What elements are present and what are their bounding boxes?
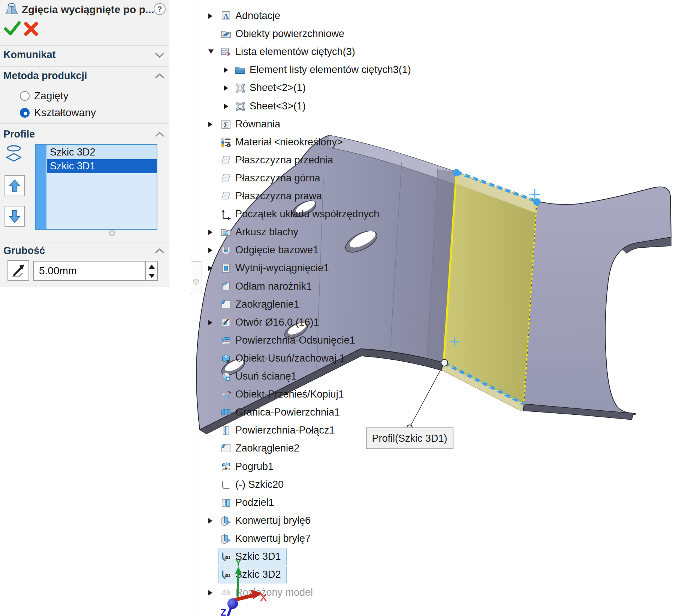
panel-splitter-handle[interactable]	[191, 261, 202, 294]
collapse-arrow-icon[interactable]	[208, 49, 214, 54]
svg-text:A: A	[223, 12, 229, 20]
tree-item[interactable]: Podziel1	[0, 495, 450, 512]
tree-item-label: Obiekt-Przenieś/Kopiuj1	[235, 389, 344, 400]
sheet-metal-icon	[220, 227, 232, 238]
thickness-input[interactable]: 5.00mm	[33, 261, 145, 281]
tree-item-label: Granica-Powierzchnia1	[235, 407, 340, 418]
tree-item[interactable]: Powierzchnia-Połącz1	[0, 422, 450, 440]
tree-item-label: Materiał <nieokreślony>	[235, 136, 343, 148]
tree-item-label: Szkic 3D2	[235, 569, 281, 580]
move-up-button[interactable]	[4, 175, 25, 196]
tree-item[interactable]: Zaokrąglenie2	[0, 440, 450, 458]
svg-text:Σ: Σ	[224, 121, 228, 129]
radio-option-ksztaltowany[interactable]: Kształtowany	[20, 107, 96, 119]
expand-arrow-icon[interactable]	[208, 248, 212, 253]
profile-selector-icon	[5, 144, 22, 163]
expand-arrow-icon[interactable]	[208, 122, 212, 127]
chevron-down-icon[interactable]	[154, 52, 165, 60]
expand-arrow-icon[interactable]	[208, 230, 212, 235]
tree-item-label: Element listy elementów ciętych3(1)	[250, 64, 411, 76]
annotations-icon: A	[220, 10, 232, 22]
sketch-3d-icon: 3D	[220, 569, 232, 580]
radio-selected-icon[interactable]	[20, 108, 30, 118]
profile-list-item-selected[interactable]: Szkic 3D1	[47, 159, 157, 173]
chev ron-up-icon[interactable]	[154, 131, 165, 139]
tree-item[interactable]: Granica-Powierzchnia1	[0, 404, 450, 422]
plane-icon	[220, 155, 232, 166]
tree-item-label: Płaszczyzna prawa	[235, 190, 322, 202]
svg-text:3D: 3D	[224, 573, 230, 578]
convert-body-icon	[220, 515, 232, 526]
tree-item[interactable]: Konwertuj bryłę6	[0, 513, 450, 530]
expand-arrow-icon[interactable]	[208, 518, 212, 523]
flat-pattern-icon	[220, 587, 232, 598]
svg-text:3D: 3D	[224, 555, 230, 560]
spinner-down-button[interactable]	[146, 271, 157, 281]
chevron-up-icon[interactable]	[154, 248, 165, 256]
tree-item-label: Konwertuj bryłę7	[235, 533, 311, 544]
profile-list[interactable]: Szkic 3D2 Szkic 3D1	[35, 144, 157, 230]
expand-arrow-icon[interactable]	[208, 320, 212, 325]
expand-arrow-icon[interactable]	[224, 85, 228, 91]
tree-item-label: Płaszczyzna przednia	[235, 154, 333, 166]
thicken-icon	[220, 461, 232, 472]
tree-item[interactable]: Usuń ścianę1	[0, 368, 450, 386]
cut-extrude-icon	[220, 263, 232, 274]
tree-item[interactable]: Obiekt-Usuń/zachowaj 1	[0, 350, 450, 368]
section-header-komunikat[interactable]: Komunikat	[3, 49, 56, 61]
tree-item[interactable]: (-) Szkic20	[0, 477, 450, 494]
tree-item-label: Zaokrąglenie2	[235, 443, 299, 454]
delete-face-icon	[220, 371, 232, 382]
section-header-grubosc[interactable]: Grubość	[3, 245, 45, 257]
down-arrow-icon	[8, 209, 21, 224]
knit-surface-icon	[220, 425, 232, 436]
tree-item[interactable]: 3DSzkic 3D2	[0, 567, 450, 584]
surface-offset-icon	[220, 335, 232, 346]
cancel-button[interactable]	[23, 21, 39, 38]
expand-arrow-icon[interactable]	[208, 590, 212, 595]
tree-item-label: Zaokrąglenie1	[235, 299, 299, 310]
tree-item-label: Arkusz blachy	[235, 226, 298, 238]
radio-option-zagiety[interactable]: Zagięty	[20, 90, 69, 102]
sheet-body-icon	[235, 82, 246, 94]
section-header-metoda-produkcji[interactable]: Metoda produkcji	[3, 70, 87, 82]
cut-list-icon	[220, 46, 232, 58]
expand-arrow-icon[interactable]	[208, 266, 212, 271]
thickness-spinner[interactable]	[145, 261, 158, 281]
move-down-button[interactable]	[4, 206, 25, 227]
tree-item[interactable]: Powierzchnia-Odsunięcie1	[0, 332, 450, 350]
tree-item[interactable]: 3DSzkic 3D1	[0, 549, 450, 566]
spinner-up-button[interactable]	[146, 262, 157, 271]
expand-arrow-icon[interactable]	[224, 104, 228, 109]
tree-item[interactable]: Konwertuj bryłę7	[0, 531, 450, 548]
help-icon[interactable]: ?	[154, 3, 166, 15]
tree-item-label: Pogrub1	[235, 461, 274, 472]
fillet-icon	[220, 299, 232, 310]
tree-item[interactable]: Otwór Ø16.0 (16)1	[0, 314, 450, 332]
tree-item[interactable]: Rozłożony model	[0, 585, 450, 602]
tree-item-label: Lista elementów ciętych(3)	[235, 46, 355, 58]
chevron-up-icon[interactable]	[154, 73, 165, 81]
profile-list-stripe	[36, 145, 46, 229]
section-header-profile[interactable]: Profile	[3, 129, 35, 140]
radio-icon[interactable]	[20, 91, 30, 101]
tree-item-label: Adnotacje	[235, 10, 280, 22]
hole-wizard-icon	[220, 317, 232, 328]
boundary-surface-icon	[220, 407, 232, 418]
tree-item[interactable]: Zaokrąglenie1	[0, 296, 450, 314]
expand-arrow-icon[interactable]	[224, 67, 228, 73]
up-arrow-icon	[8, 178, 21, 193]
convert-body-icon	[220, 533, 232, 544]
ok-button[interactable]	[4, 20, 21, 38]
tree-item-label: Podziel1	[235, 497, 274, 508]
lofted-bend-icon	[4, 1, 19, 19]
tree-item[interactable]: Pogrub1	[0, 459, 450, 476]
tree-item[interactable]: Obiekt-Przenieś/Kopiuj1	[0, 386, 450, 404]
tree-item-label: Usuń ścianę1	[235, 371, 297, 382]
expand-arrow-icon[interactable]	[208, 13, 212, 19]
list-resize-handle[interactable]	[109, 230, 115, 236]
body-delete-icon	[220, 353, 232, 364]
sheet-body-icon	[235, 101, 246, 112]
profile-list-item[interactable]: Szkic 3D2	[47, 145, 157, 159]
fillet-icon	[220, 443, 232, 454]
